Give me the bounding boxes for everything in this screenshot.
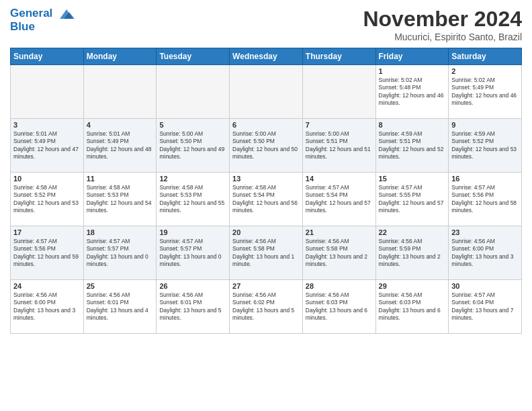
day-info: Sunrise: 4:57 AMSunset: 5:55 PMDaylight:… [379, 184, 446, 215]
day-number: 6 [232, 121, 300, 129]
day-number: 27 [232, 282, 300, 290]
day-number: 24 [13, 282, 81, 290]
calendar-cell: 16Sunrise: 4:57 AMSunset: 5:56 PMDayligh… [449, 173, 522, 226]
page-container: General Blue November 2024 Mucurici, Esp… [0, 0, 532, 337]
calendar-cell: 1Sunrise: 5:02 AMSunset: 5:48 PMDaylight… [375, 65, 449, 119]
day-number: 22 [379, 228, 446, 236]
calendar-cell: 9Sunrise: 4:59 AMSunset: 5:52 PMDaylight… [449, 119, 522, 173]
day-info: Sunrise: 5:00 AMSunset: 5:51 PMDaylight:… [306, 130, 373, 161]
logo: General Blue [10, 7, 76, 34]
weekday-header: Tuesday [157, 48, 230, 65]
day-number: 14 [306, 175, 373, 183]
day-info: Sunrise: 5:01 AMSunset: 5:49 PMDaylight:… [87, 130, 154, 161]
day-info: Sunrise: 4:56 AMSunset: 6:03 PMDaylight:… [306, 291, 373, 322]
day-info: Sunrise: 4:56 AMSunset: 6:00 PMDaylight:… [13, 291, 81, 322]
day-number: 30 [451, 282, 519, 290]
calendar-cell: 20Sunrise: 4:56 AMSunset: 5:58 PMDayligh… [230, 226, 303, 280]
day-info: Sunrise: 4:58 AMSunset: 5:53 PMDaylight:… [159, 184, 226, 215]
weekday-header-row: SundayMondayTuesdayWednesdayThursdayFrid… [11, 48, 522, 65]
day-number: 15 [379, 175, 446, 183]
calendar-cell: 29Sunrise: 4:56 AMSunset: 6:03 PMDayligh… [375, 280, 449, 334]
calendar-cell [230, 65, 303, 119]
calendar-cell: 3Sunrise: 5:01 AMSunset: 5:49 PMDaylight… [11, 119, 84, 173]
calendar-cell: 10Sunrise: 4:58 AMSunset: 5:52 PMDayligh… [11, 173, 84, 226]
day-info: Sunrise: 4:57 AMSunset: 5:54 PMDaylight:… [306, 184, 373, 215]
weekday-header: Saturday [449, 48, 522, 65]
day-info: Sunrise: 4:56 AMSunset: 6:00 PMDaylight:… [451, 238, 519, 269]
day-number: 26 [159, 282, 226, 290]
day-number: 9 [451, 121, 519, 129]
day-info: Sunrise: 4:59 AMSunset: 5:51 PMDaylight:… [379, 130, 446, 161]
day-info: Sunrise: 4:56 AMSunset: 6:03 PMDaylight:… [379, 291, 446, 322]
month-title: November 2024 [363, 7, 522, 32]
day-info: Sunrise: 4:56 AMSunset: 5:58 PMDaylight:… [306, 238, 373, 269]
weekday-header: Monday [83, 48, 157, 65]
day-number: 23 [451, 228, 519, 236]
day-info: Sunrise: 5:02 AMSunset: 5:49 PMDaylight:… [451, 77, 519, 107]
day-number: 4 [87, 121, 154, 129]
day-number: 13 [232, 175, 300, 183]
calendar-cell: 23Sunrise: 4:56 AMSunset: 6:00 PMDayligh… [449, 226, 522, 280]
calendar-cell: 19Sunrise: 4:57 AMSunset: 5:57 PMDayligh… [157, 226, 230, 280]
day-number: 11 [87, 175, 154, 183]
title-block: November 2024 Mucurici, Espirito Santo, … [363, 7, 522, 42]
weekday-header: Wednesday [230, 48, 303, 65]
day-info: Sunrise: 4:57 AMSunset: 5:57 PMDaylight:… [87, 238, 154, 269]
calendar-cell: 15Sunrise: 4:57 AMSunset: 5:55 PMDayligh… [375, 173, 449, 226]
calendar-cell: 28Sunrise: 4:56 AMSunset: 6:03 PMDayligh… [302, 280, 375, 334]
day-info: Sunrise: 4:58 AMSunset: 5:52 PMDaylight:… [13, 184, 81, 215]
calendar-cell: 5Sunrise: 5:00 AMSunset: 5:50 PMDaylight… [157, 119, 230, 173]
calendar-cell: 24Sunrise: 4:56 AMSunset: 6:00 PMDayligh… [11, 280, 84, 334]
calendar-cell [83, 65, 157, 119]
calendar-cell: 26Sunrise: 4:56 AMSunset: 6:01 PMDayligh… [157, 280, 230, 334]
day-number: 16 [451, 175, 519, 183]
day-number: 20 [232, 228, 300, 236]
day-info: Sunrise: 5:01 AMSunset: 5:49 PMDaylight:… [13, 130, 81, 161]
day-number: 25 [87, 282, 154, 290]
calendar-cell: 21Sunrise: 4:56 AMSunset: 5:58 PMDayligh… [302, 226, 375, 280]
calendar-cell: 4Sunrise: 5:01 AMSunset: 5:49 PMDaylight… [83, 119, 157, 173]
calendar-cell: 2Sunrise: 5:02 AMSunset: 5:49 PMDaylight… [449, 65, 522, 119]
day-number: 8 [379, 121, 446, 129]
weekday-header: Friday [375, 48, 449, 65]
day-info: Sunrise: 4:59 AMSunset: 5:52 PMDaylight:… [451, 130, 519, 161]
calendar-cell: 12Sunrise: 4:58 AMSunset: 5:53 PMDayligh… [157, 173, 230, 226]
day-info: Sunrise: 4:57 AMSunset: 6:04 PMDaylight:… [451, 291, 519, 322]
calendar-cell [302, 65, 375, 119]
calendar-cell: 17Sunrise: 4:57 AMSunset: 5:56 PMDayligh… [11, 226, 84, 280]
calendar-cell: 27Sunrise: 4:56 AMSunset: 6:02 PMDayligh… [230, 280, 303, 334]
calendar-cell [11, 65, 84, 119]
day-number: 10 [13, 175, 81, 183]
day-number: 29 [379, 282, 446, 290]
calendar-cell: 13Sunrise: 4:58 AMSunset: 5:54 PMDayligh… [230, 173, 303, 226]
logo-blue: Blue [10, 20, 76, 34]
calendar-cell: 6Sunrise: 5:00 AMSunset: 5:50 PMDaylight… [230, 119, 303, 173]
weekday-header: Sunday [11, 48, 84, 65]
day-info: Sunrise: 5:00 AMSunset: 5:50 PMDaylight:… [232, 130, 300, 161]
day-info: Sunrise: 4:57 AMSunset: 5:56 PMDaylight:… [451, 184, 519, 215]
day-info: Sunrise: 4:58 AMSunset: 5:53 PMDaylight:… [87, 184, 154, 215]
day-number: 1 [379, 67, 446, 75]
logo-general: General [10, 7, 52, 19]
day-number: 3 [13, 121, 81, 129]
calendar-week-row: 1Sunrise: 5:02 AMSunset: 5:48 PMDaylight… [11, 65, 522, 119]
calendar-week-row: 10Sunrise: 4:58 AMSunset: 5:52 PMDayligh… [11, 173, 522, 226]
day-info: Sunrise: 4:56 AMSunset: 5:58 PMDaylight:… [232, 238, 300, 269]
day-info: Sunrise: 4:56 AMSunset: 6:02 PMDaylight:… [232, 291, 300, 322]
day-number: 18 [87, 228, 154, 236]
day-number: 12 [159, 175, 226, 183]
day-number: 17 [13, 228, 81, 236]
calendar-cell: 30Sunrise: 4:57 AMSunset: 6:04 PMDayligh… [449, 280, 522, 334]
day-info: Sunrise: 4:56 AMSunset: 5:59 PMDaylight:… [379, 238, 446, 269]
calendar-cell: 8Sunrise: 4:59 AMSunset: 5:51 PMDaylight… [375, 119, 449, 173]
day-number: 19 [159, 228, 226, 236]
calendar-cell: 25Sunrise: 4:56 AMSunset: 6:01 PMDayligh… [83, 280, 157, 334]
day-number: 21 [306, 228, 373, 236]
calendar-cell: 18Sunrise: 4:57 AMSunset: 5:57 PMDayligh… [83, 226, 157, 280]
calendar-cell [157, 65, 230, 119]
calendar-week-row: 17Sunrise: 4:57 AMSunset: 5:56 PMDayligh… [11, 226, 522, 280]
day-info: Sunrise: 4:57 AMSunset: 5:57 PMDaylight:… [159, 238, 226, 269]
day-number: 28 [306, 282, 373, 290]
location: Mucurici, Espirito Santo, Brazil [363, 32, 522, 42]
day-number: 7 [306, 121, 373, 129]
